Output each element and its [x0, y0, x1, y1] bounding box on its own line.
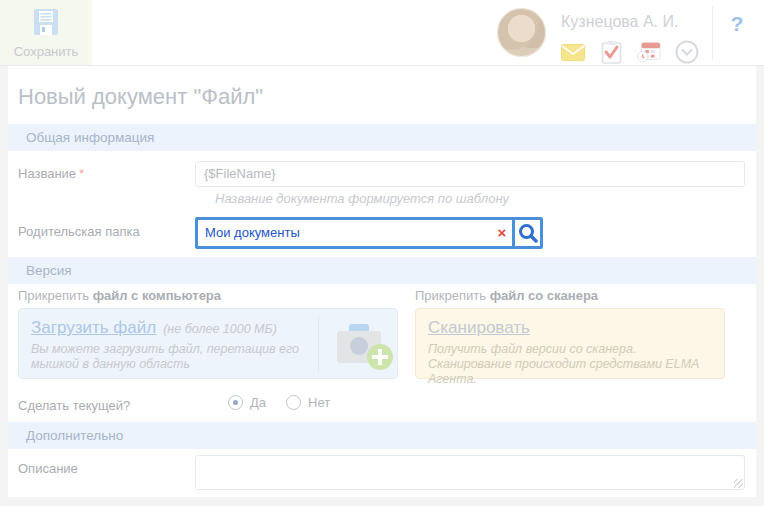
- camera-plus-icon: [337, 324, 389, 368]
- scan-panel: Сканировать Получить файл версии со скан…: [415, 308, 725, 379]
- radio-no[interactable]: [286, 395, 301, 410]
- make-current-radio-group: Да Нет: [228, 395, 350, 410]
- upload-size-note: (не более 1000 МБ): [163, 322, 277, 336]
- attach-computer-label: Прикрепить файл с компьютера: [18, 288, 221, 303]
- upload-hint: Вы можете загрузить файл, перетащив его …: [31, 342, 319, 372]
- toolbar-icon-row: [561, 40, 699, 64]
- parent-folder-input[interactable]: Мои документы: [198, 220, 492, 246]
- envelope-icon[interactable]: [561, 40, 585, 64]
- save-button-label: Сохранить: [0, 44, 92, 59]
- attach-scanner-label: Прикрепить файл со сканера: [415, 288, 598, 303]
- user-name: Кузнецова А. И.: [561, 13, 678, 31]
- description-label: Описание: [18, 461, 78, 476]
- clear-icon[interactable]: ×: [492, 220, 512, 246]
- radio-yes[interactable]: [228, 395, 243, 410]
- calendar-clock-icon[interactable]: [637, 40, 661, 64]
- section-header-general: Общая информация: [8, 124, 756, 151]
- floppy-disk-icon: [0, 7, 92, 41]
- scan-link[interactable]: Сканировать: [428, 318, 530, 337]
- parent-folder-picker: Мои документы ×: [195, 217, 543, 249]
- name-input[interactable]: {$FileName}: [195, 161, 745, 187]
- page-margin-bottom: [0, 497, 764, 506]
- radio-yes-label: Да: [250, 395, 266, 410]
- page-margin-left: [0, 66, 8, 497]
- clipboard-check-icon[interactable]: [599, 40, 623, 64]
- make-current-label: Сделать текущей?: [18, 398, 130, 413]
- scan-hint: Получить файл версии со сканера. Сканиро…: [428, 342, 712, 387]
- toolbar-divider: [712, 6, 713, 59]
- upload-file-link[interactable]: Загрузить файл: [31, 318, 156, 337]
- search-icon: [518, 223, 538, 243]
- page-margin-right: [756, 66, 764, 497]
- name-field-hint: Название документа формируется по шаблон…: [215, 191, 509, 206]
- help-button[interactable]: ?: [722, 12, 752, 52]
- page-title: Новый документ "Файл": [18, 84, 263, 110]
- top-toolbar: Сохранить Кузнецова А. И.: [0, 0, 764, 66]
- save-button[interactable]: Сохранить: [0, 0, 92, 65]
- upload-dropzone[interactable]: Загрузить файл(не более 1000 МБ) Вы може…: [18, 308, 398, 379]
- section-header-version: Версия: [8, 257, 756, 284]
- chevron-down-icon[interactable]: [675, 40, 699, 64]
- radio-no-label: Нет: [308, 395, 330, 410]
- description-textarea[interactable]: [195, 455, 745, 490]
- parent-folder-label: Родительская папка: [18, 224, 140, 239]
- required-asterisk: *: [79, 166, 84, 181]
- folder-search-button[interactable]: [512, 220, 540, 246]
- user-avatar[interactable]: [497, 8, 546, 57]
- new-document-form-page: Сохранить Кузнецова А. И.: [0, 0, 764, 506]
- name-field-label: Название*: [18, 166, 84, 181]
- upload-box-divider: [318, 317, 319, 372]
- section-header-additional: Дополнительно: [8, 422, 756, 449]
